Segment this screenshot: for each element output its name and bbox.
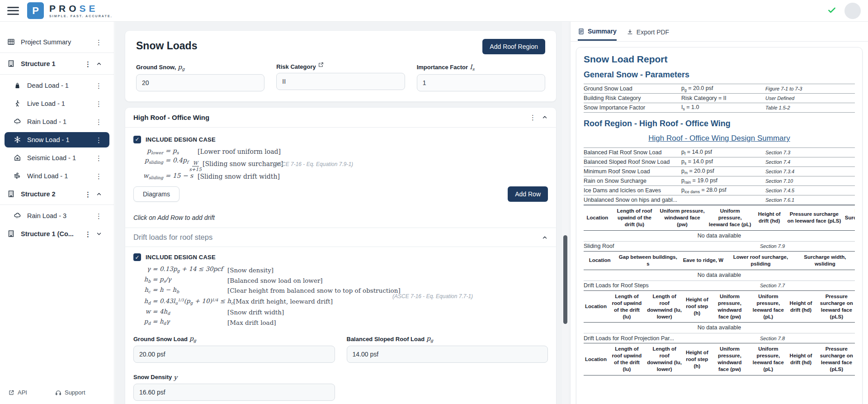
- diagrams-button[interactable]: Diagrams: [133, 186, 179, 202]
- input-risk-category[interactable]: II: [276, 73, 405, 90]
- equation-lhs: γ: [137, 265, 151, 273]
- document-icon: [578, 28, 585, 35]
- snowflake-icon: [14, 136, 22, 144]
- report-row-label: Ground Snow Load: [584, 86, 681, 92]
- include-design-case-checkbox[interactable]: ✓: [133, 253, 141, 261]
- section-reference: Section 7.7: [760, 283, 855, 288]
- input-balanced-sloped-roof-load[interactable]: 14.00 psf: [347, 346, 548, 363]
- user-avatar[interactable]: [844, 3, 861, 19]
- item-actions: ⋮: [95, 82, 102, 89]
- input-snow-density[interactable]: 16.60 psf: [133, 384, 335, 401]
- chevron-up-icon[interactable]: [96, 191, 102, 197]
- column-header: Uniform pressure, windward face (pw): [711, 345, 748, 374]
- sidebar-item-label: Structure 2: [21, 190, 56, 198]
- item-menu-icon[interactable]: ⋮: [95, 119, 102, 125]
- header-table-wrap: LocationGap between buildings, sEave to …: [584, 251, 855, 270]
- sidebar-item-rain-load-3[interactable]: Rain Load - 3⋮: [0, 208, 109, 223]
- field-label: Importance Factor Is: [417, 63, 545, 71]
- report-row-value: prain = 19.0 psf: [681, 177, 765, 185]
- item-actions: ⋮: [85, 231, 102, 238]
- design-summary-link[interactable]: High Roof - Office Wing Design Summary: [584, 134, 855, 143]
- report-row-reference: Section 7.4.5: [765, 188, 855, 193]
- item-menu-icon[interactable]: ⋮: [95, 173, 102, 180]
- sidebar-item-rain-load-1[interactable]: Rain Load - 1⋮: [0, 114, 109, 129]
- equation-lhs: psliding: [137, 157, 163, 166]
- hamburger-menu-icon[interactable]: [7, 7, 19, 15]
- item-menu-icon[interactable]: ⋮: [85, 191, 91, 198]
- item-menu-icon[interactable]: ⋮: [85, 231, 91, 238]
- sidebar-item-wind-load-1[interactable]: Wind Load - 1⋮: [0, 168, 109, 184]
- tab-summary[interactable]: Summary: [578, 28, 617, 41]
- sidebar-item-project-summary[interactable]: Project Summary⋮: [0, 34, 109, 50]
- tab-export-pdf[interactable]: Export PDF: [627, 29, 669, 40]
- input-importance-factor[interactable]: 1: [417, 74, 545, 91]
- item-menu-icon[interactable]: ⋮: [95, 213, 102, 219]
- add-roof-region-button[interactable]: Add Roof Region: [482, 39, 545, 54]
- footer-support[interactable]: Support: [55, 389, 85, 396]
- drift-section-title: Drift loads for roof steps: [133, 233, 212, 242]
- general-snow-table: Ground Snow Loadpg = 20.0 psfFigure 7-1 …: [584, 84, 855, 113]
- equation-lhs: w: [137, 307, 151, 315]
- item-menu-icon[interactable]: ⋮: [85, 61, 91, 67]
- house-icon: [14, 154, 22, 162]
- field-label-text: Ground Snow Load: [133, 336, 188, 342]
- chevron-down-icon[interactable]: [96, 231, 102, 237]
- sidebar-item-structure-1[interactable]: Structure 1⋮: [0, 56, 109, 71]
- equation-rhs: = 15 − s: [165, 172, 193, 179]
- sidebar-footer: APISupport: [0, 389, 114, 404]
- item-menu-icon[interactable]: ⋮: [95, 39, 102, 46]
- field-label-text: Ground Snow,: [136, 64, 176, 71]
- page-title: Snow Loads: [136, 39, 197, 52]
- item-menu-icon[interactable]: ⋮: [95, 155, 102, 162]
- input-ground-snow-load[interactable]: 20.00 psf: [133, 346, 335, 363]
- add-row-button[interactable]: Add Row: [508, 186, 548, 202]
- column-header: Lower roof surcharge, psliding: [726, 253, 795, 268]
- drift-section-header[interactable]: Drift loads for roof steps: [125, 228, 556, 247]
- item-menu-icon[interactable]: ⋮: [95, 137, 102, 143]
- report-row-label: Balanced Sloped Roof Snow Load: [584, 159, 681, 165]
- sidebar-item-live-load-1[interactable]: Live Load - 1⋮: [0, 96, 109, 111]
- column-header: Length of roof downwind (lu, lower): [646, 292, 683, 321]
- sidebar-item-structure-1-co[interactable]: Structure 1 (Co...⋮: [0, 226, 109, 242]
- sidebar-item-snow-load-1[interactable]: Snow Load - 1⋮: [5, 132, 109, 147]
- equation-lhs: plower: [137, 147, 163, 157]
- equation: hc = h − hb: [137, 285, 227, 296]
- item-actions: ⋮: [95, 39, 102, 46]
- item-menu-icon[interactable]: ⋮: [95, 100, 102, 107]
- include-design-case-checkbox[interactable]: ✓: [133, 136, 141, 143]
- main-scrollbar-thumb[interactable]: [563, 235, 567, 324]
- section-row-drift-loads-for-roof-steps: Drift Loads for Roof StepsSection 7.7: [584, 281, 855, 290]
- report-row-ground-snow-load: Ground Snow Loadpg = 20.0 psfFigure 7-1 …: [584, 84, 855, 93]
- equation: pd = hdγ: [137, 317, 227, 328]
- field-label-text: Risk Category: [276, 63, 316, 70]
- header-table-drift-loads-for-roof-steps: LocationLength of roof upwind of the dri…: [584, 290, 855, 323]
- sidebar-item-dead-load-1[interactable]: Dead Load - 1⋮: [0, 78, 109, 93]
- card-menu-icon[interactable]: ⋮: [529, 114, 536, 121]
- item-actions: ⋮: [95, 213, 102, 219]
- report-row-reference: Section 7.6.1: [765, 197, 855, 203]
- field-label: Snow Density y: [133, 374, 335, 381]
- no-data-row: No data available: [584, 323, 855, 333]
- brand-light: SE: [80, 3, 99, 14]
- field-math-symbol: y: [174, 374, 177, 381]
- prose-logo: P PROSE SIMPLE. FAST. ACCURATE.: [27, 2, 113, 19]
- footer-api[interactable]: API: [8, 389, 27, 396]
- building-icon: [7, 230, 15, 238]
- item-menu-icon[interactable]: ⋮: [95, 82, 102, 89]
- sidebar-item-structure-2[interactable]: Structure 2⋮: [0, 186, 109, 202]
- sidebar-item-seismic-load-1[interactable]: Seismic Load - 1⋮: [0, 150, 109, 166]
- no-data-row: No data available: [584, 231, 855, 242]
- chevron-up-icon[interactable]: [542, 114, 548, 120]
- field-math-symbol: pg: [189, 335, 196, 343]
- asce-reference: (ASCE 7-16 - Eq. Equation 7.9-1): [273, 161, 353, 167]
- equation-rhs: = 4hd: [152, 308, 170, 315]
- section-title: Sliding Roof: [584, 243, 760, 249]
- chevron-up-icon[interactable]: [96, 61, 102, 67]
- chevron-up-icon[interactable]: [542, 234, 548, 241]
- sidebar-item-label: Structure 1: [21, 60, 56, 67]
- brand-tagline: SIMPLE. FAST. ACCURATE.: [49, 14, 113, 18]
- input-ground-snow[interactable]: 20: [136, 74, 264, 91]
- column-header: Eave to ridge, W: [680, 256, 726, 265]
- equation-row: hb = ps/γ[Balanced snow load on lower]: [137, 275, 548, 285]
- snow-loads-card: Snow Loads Add Roof Region Ground Snow, …: [125, 30, 557, 102]
